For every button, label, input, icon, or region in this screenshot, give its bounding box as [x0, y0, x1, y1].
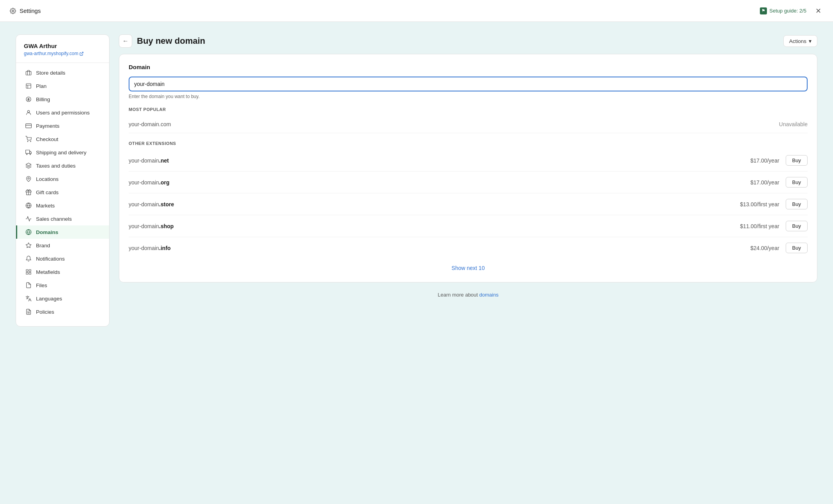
sidebar-item-label: Checkout [36, 136, 58, 142]
sidebar-item-locations[interactable]: Locations [16, 172, 109, 186]
topbar: Settings ⚑ Setup guide: 2/5 ✕ [0, 0, 833, 22]
domain-row-com: your-domain.com Unavailable [129, 116, 808, 133]
show-next-link[interactable]: Show next 10 [452, 265, 485, 271]
ext-domain-name-3: your-domain.shop [129, 223, 174, 229]
languages-icon [25, 295, 32, 302]
domain-section-title: Domain [129, 64, 808, 70]
sidebar: GWA Arthur gwa-arthur.myshopify.com Stor… [16, 34, 110, 327]
setup-guide[interactable]: ⚑ Setup guide: 2/5 [760, 7, 806, 14]
svg-rect-2 [26, 71, 31, 75]
sidebar-item-label: Payments [36, 123, 59, 129]
sidebar-item-shipping-delivery[interactable]: Shipping and delivery [16, 146, 109, 159]
domain-row-right-2: $13.00/first year Buy [740, 199, 808, 209]
close-button[interactable]: ✕ [813, 5, 824, 16]
sidebar-item-users-permissions[interactable]: Users and permissions [16, 106, 109, 119]
sidebar-item-languages[interactable]: Languages [16, 292, 109, 305]
sidebar-item-label: Markets [36, 203, 55, 209]
domain-row-right-0: $17.00/year Buy [750, 155, 808, 166]
footer-learn: Learn more about domains [119, 292, 817, 298]
sidebar-item-plan[interactable]: Plan [16, 79, 109, 93]
sidebar-item-label: Metafields [36, 269, 60, 275]
sidebar-item-policies[interactable]: Policies [16, 305, 109, 318]
domain-hint: Enter the domain you want to buy. [129, 94, 808, 99]
sidebar-item-sales-channels[interactable]: Sales channels [16, 212, 109, 225]
page-header-left: ← Buy new domain [119, 34, 205, 48]
metafields-icon [25, 268, 32, 275]
sidebar-item-label: Users and permissions [36, 110, 90, 116]
sidebar-item-label: Policies [36, 309, 54, 315]
sidebar-item-payments[interactable]: Payments [16, 119, 109, 132]
sidebar-item-checkout[interactable]: Checkout [16, 132, 109, 146]
domain-row-0: your-domain.net $17.00/year Buy [129, 150, 808, 172]
back-arrow-icon: ← [122, 38, 129, 45]
sidebar-item-markets[interactable]: Markets [16, 199, 109, 212]
sidebar-item-files[interactable]: Files [16, 279, 109, 292]
actions-button[interactable]: Actions ▾ [783, 35, 817, 47]
notifications-icon [25, 255, 32, 262]
domains-icon [25, 229, 32, 236]
sidebar-item-domains[interactable]: Domains [16, 225, 109, 239]
content-area: ← Buy new domain Actions ▾ Domain Enter … [119, 34, 817, 491]
sidebar-item-label: Taxes and duties [36, 163, 75, 169]
sidebar-item-label: Locations [36, 176, 59, 182]
most-popular-label: MOST POPULAR [129, 107, 808, 112]
back-button[interactable]: ← [119, 34, 132, 48]
payments-icon [25, 122, 32, 129]
domain-row-right-3: $11.00/first year Buy [740, 221, 808, 231]
svg-rect-19 [26, 272, 28, 274]
sidebar-item-label: Billing [36, 97, 50, 102]
svg-rect-6 [26, 124, 32, 128]
sidebar-item-notifications[interactable]: Notifications [16, 252, 109, 265]
svg-point-9 [31, 141, 31, 141]
external-link-icon [79, 52, 84, 56]
footer-domains-link[interactable]: domains [479, 292, 499, 298]
domain-input[interactable] [129, 77, 808, 91]
flag-icon: ⚑ [760, 7, 767, 14]
buy-button-4[interactable]: Buy [786, 243, 808, 253]
main-layout: GWA Arthur gwa-arthur.myshopify.com Stor… [0, 22, 833, 504]
svg-line-1 [81, 52, 83, 54]
sidebar-item-store-details[interactable]: Store details [16, 66, 109, 79]
store-name: GWA Arthur [16, 43, 109, 51]
gift-icon [25, 189, 32, 196]
ext-domain-price-4: $24.00/year [750, 245, 779, 251]
plan-icon [25, 82, 32, 89]
domain-row-4: your-domain.info $24.00/year Buy [129, 237, 808, 259]
svg-rect-17 [29, 270, 31, 272]
domain-row-2: your-domain.store $13.00/first year Buy [129, 193, 808, 215]
sidebar-item-taxes-duties[interactable]: Taxes and duties [16, 159, 109, 172]
sidebar-item-gift-cards[interactable]: Gift cards [16, 186, 109, 199]
svg-point-8 [27, 141, 28, 141]
domain-row-right-1: $17.00/year Buy [750, 177, 808, 188]
page-title: Buy new domain [137, 36, 205, 46]
sidebar-item-billing[interactable]: Billing [16, 93, 109, 106]
buy-button-1[interactable]: Buy [786, 177, 808, 188]
ext-domain-name-1: your-domain.org [129, 179, 169, 186]
buy-button-3[interactable]: Buy [786, 221, 808, 231]
setup-guide-label: Setup guide: 2/5 [769, 8, 806, 14]
buy-button-2[interactable]: Buy [786, 199, 808, 209]
gear-icon [9, 7, 16, 14]
shipping-icon [25, 149, 32, 156]
sidebar-item-label: Store details [36, 70, 65, 76]
sidebar-item-label: Plan [36, 83, 47, 89]
store-link[interactable]: gwa-arthur.myshopify.com [16, 51, 109, 63]
sidebar-item-label: Domains [36, 229, 58, 235]
footer-text: Learn more about [438, 292, 479, 298]
sidebar-item-label: Gift cards [36, 189, 59, 195]
ext-domain-price-0: $17.00/year [750, 157, 779, 164]
sidebar-item-metafields[interactable]: Metafields [16, 265, 109, 279]
svg-rect-16 [26, 270, 28, 272]
taxes-icon [25, 162, 32, 169]
sales-icon [25, 215, 32, 222]
users-icon [25, 109, 32, 116]
other-extensions-label: OTHER EXTENSIONS [129, 141, 808, 146]
sidebar-item-label: Brand [36, 243, 50, 248]
domain-status-com: Unavailable [779, 121, 808, 127]
settings-title: Settings [20, 7, 41, 14]
sidebar-item-label: Notifications [36, 256, 65, 262]
ext-domain-price-1: $17.00/year [750, 179, 779, 186]
sidebar-item-brand[interactable]: Brand [16, 239, 109, 252]
svg-point-0 [12, 10, 14, 12]
buy-button-0[interactable]: Buy [786, 155, 808, 166]
